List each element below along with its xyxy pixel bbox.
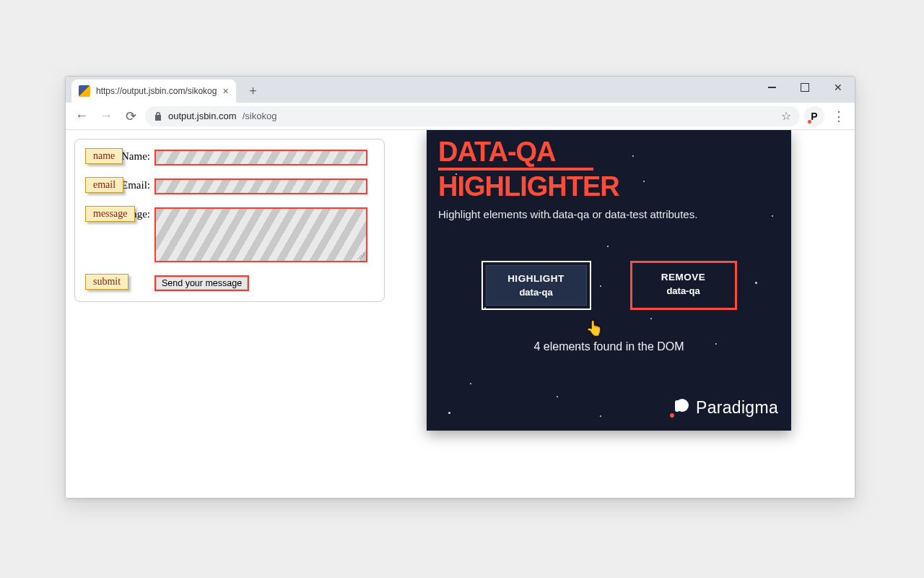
browser-menu-button[interactable]: ⋮ bbox=[829, 106, 849, 126]
qa-tag-name: name bbox=[85, 148, 123, 164]
nav-reload-button[interactable]: ⟳ bbox=[121, 106, 141, 126]
highlight-button[interactable]: HIGHLIGHT data-qa bbox=[481, 261, 591, 310]
submit-button[interactable]: Send your message bbox=[154, 275, 249, 291]
extension-popup: DATA-QA HIGHLIGHTER Highlight elements w… bbox=[427, 130, 791, 431]
name-field[interactable] bbox=[154, 150, 367, 165]
bookmark-star-icon[interactable]: ☆ bbox=[781, 109, 791, 123]
label-name: Name: bbox=[121, 150, 150, 163]
form-row-message: message Message: bbox=[87, 207, 372, 262]
qa-tag-submit: submit bbox=[85, 274, 128, 290]
remove-button-sub: data-qa bbox=[637, 285, 731, 296]
contact-form: name Name: email Email: message Message: bbox=[74, 139, 385, 302]
ext-subtitle: Highlight elements with data-qa or data-… bbox=[438, 208, 780, 220]
extension-glyph-icon: P bbox=[811, 111, 817, 122]
remove-button-title: REMOVE bbox=[637, 272, 731, 282]
remove-button[interactable]: REMOVE data-qa bbox=[630, 261, 737, 310]
browser-window: https://output.jsbin.com/sikokog × + ← →… bbox=[65, 76, 855, 499]
brand: Paradigma bbox=[673, 398, 778, 418]
qa-tag-email: email bbox=[85, 177, 123, 193]
ext-title-underline bbox=[438, 168, 593, 171]
ext-title-line1: DATA-QA bbox=[438, 137, 780, 166]
new-tab-button[interactable]: + bbox=[243, 81, 263, 101]
extension-notification-dot-icon bbox=[808, 120, 811, 124]
nav-forward-button[interactable]: → bbox=[96, 106, 116, 126]
label-email: Email: bbox=[121, 179, 150, 191]
highlight-button-title: HIGHLIGHT bbox=[491, 273, 582, 284]
nav-back-button[interactable]: ← bbox=[71, 106, 92, 126]
tab-strip: https://output.jsbin.com/sikokog × + bbox=[66, 77, 855, 103]
ext-status: 4 elements found in the DOM bbox=[438, 340, 780, 353]
window-minimize-button[interactable] bbox=[755, 77, 788, 98]
ext-buttons: HIGHLIGHT data-qa REMOVE data-qa bbox=[438, 261, 780, 310]
window-maximize-button[interactable] bbox=[788, 77, 821, 98]
ext-title-line2: HIGHLIGHTER bbox=[438, 172, 780, 201]
browser-tab[interactable]: https://output.jsbin.com/sikokog × bbox=[71, 79, 236, 103]
form-row-name: name Name: bbox=[87, 150, 372, 165]
extension-badge[interactable]: P bbox=[804, 106, 824, 126]
window-controls bbox=[755, 77, 855, 103]
email-field[interactable] bbox=[154, 178, 367, 194]
brand-name: Paradigma bbox=[696, 398, 778, 418]
url-host: output.jsbin.com bbox=[168, 111, 237, 121]
form-row-submit: submit Send your message bbox=[87, 275, 372, 291]
tab-close-icon[interactable]: × bbox=[222, 85, 228, 97]
form-row-email: email Email: bbox=[87, 178, 372, 194]
tab-title: https://output.jsbin.com/sikokog bbox=[96, 86, 217, 96]
page-viewport: name Name: email Email: message Message: bbox=[66, 130, 855, 498]
window-close-button[interactable] bbox=[821, 77, 855, 98]
highlight-button-sub: data-qa bbox=[491, 287, 582, 298]
url-path: /sikokog bbox=[243, 111, 277, 121]
browser-toolbar: ← → ⟳ output.jsbin.com/sikokog ☆ P ⋮ bbox=[66, 103, 855, 130]
message-field[interactable] bbox=[154, 207, 367, 262]
brand-logo-icon bbox=[673, 399, 689, 418]
qa-tag-message: message bbox=[85, 206, 135, 222]
lock-icon bbox=[154, 111, 162, 121]
favicon-icon bbox=[79, 85, 90, 97]
address-bar[interactable]: output.jsbin.com/sikokog ☆ bbox=[145, 106, 800, 126]
